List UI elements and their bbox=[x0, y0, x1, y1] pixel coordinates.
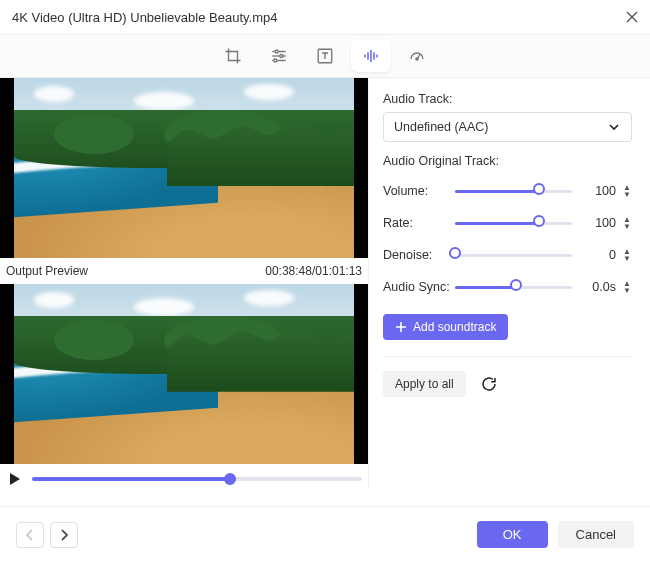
chevron-left-icon bbox=[25, 529, 35, 541]
rate-slider[interactable] bbox=[455, 216, 572, 230]
play-icon bbox=[8, 472, 22, 486]
reset-icon bbox=[480, 375, 498, 393]
svg-point-4 bbox=[280, 55, 283, 58]
audio-sync-slider[interactable] bbox=[455, 280, 572, 294]
audio-sync-row: Audio Sync: 0.0s ▲ ▼ bbox=[383, 274, 632, 300]
chevron-down-icon bbox=[607, 120, 621, 134]
ok-button[interactable]: OK bbox=[477, 521, 548, 548]
denoise-slider[interactable] bbox=[455, 248, 572, 262]
spinner-down-icon[interactable]: ▼ bbox=[622, 288, 632, 294]
apply-row: Apply to all bbox=[383, 371, 632, 397]
player-controls bbox=[0, 464, 368, 488]
add-soundtrack-label: Add soundtrack bbox=[413, 320, 496, 334]
footer: OK Cancel bbox=[0, 506, 650, 562]
denoise-spinner[interactable]: ▲ ▼ bbox=[622, 249, 632, 262]
rate-row: Rate: 100 ▲ ▼ bbox=[383, 210, 632, 236]
volume-row: Volume: 100 ▲ ▼ bbox=[383, 178, 632, 204]
adjust-tab[interactable] bbox=[259, 40, 299, 72]
speedometer-icon bbox=[408, 47, 426, 65]
add-soundtrack-button[interactable]: Add soundtrack bbox=[383, 314, 508, 340]
spinner-down-icon[interactable]: ▼ bbox=[622, 256, 632, 262]
progress-fill bbox=[32, 477, 230, 481]
crop-tab[interactable] bbox=[213, 40, 253, 72]
crop-icon bbox=[224, 47, 242, 65]
chevron-right-icon bbox=[59, 529, 69, 541]
audio-sync-label: Audio Sync: bbox=[383, 280, 455, 294]
svg-point-3 bbox=[275, 50, 278, 53]
spinner-down-icon[interactable]: ▼ bbox=[622, 224, 632, 230]
denoise-label: Denoise: bbox=[383, 248, 455, 262]
volume-label: Volume: bbox=[383, 184, 455, 198]
audio-sync-spinner[interactable]: ▲ ▼ bbox=[622, 281, 632, 294]
output-preview bbox=[0, 284, 368, 464]
output-preview-label: Output Preview bbox=[6, 264, 88, 278]
denoise-row: Denoise: 0 ▲ ▼ bbox=[383, 242, 632, 268]
rate-spinner[interactable]: ▲ ▼ bbox=[622, 217, 632, 230]
svg-point-5 bbox=[274, 59, 277, 62]
cancel-button[interactable]: Cancel bbox=[558, 521, 634, 548]
apply-to-all-button[interactable]: Apply to all bbox=[383, 371, 466, 397]
playback-progress[interactable] bbox=[32, 472, 362, 486]
text-icon bbox=[316, 47, 334, 65]
rate-label: Rate: bbox=[383, 216, 455, 230]
content-area: Output Preview 00:38:48/01:01:13 bbox=[0, 78, 650, 488]
reset-button[interactable] bbox=[480, 375, 498, 393]
nav-buttons bbox=[16, 522, 78, 548]
editor-toolbar bbox=[0, 34, 650, 78]
audio-sync-value: 0.0s bbox=[582, 280, 620, 294]
volume-value: 100 bbox=[582, 184, 620, 198]
audio-track-label: Audio Track: bbox=[383, 92, 632, 106]
close-button[interactable] bbox=[626, 11, 638, 23]
text-tab[interactable] bbox=[305, 40, 345, 72]
spinner-down-icon[interactable]: ▼ bbox=[622, 192, 632, 198]
volume-slider[interactable] bbox=[455, 184, 572, 198]
title-bar: 4K Video (Ultra HD) Unbelievable Beauty.… bbox=[0, 0, 650, 34]
audio-tab[interactable] bbox=[351, 40, 391, 72]
prev-button[interactable] bbox=[16, 522, 44, 548]
original-preview bbox=[0, 78, 368, 258]
original-track-label: Audio Original Track: bbox=[383, 154, 632, 168]
next-button[interactable] bbox=[50, 522, 78, 548]
sliders-icon bbox=[270, 47, 288, 65]
progress-thumb[interactable] bbox=[224, 473, 236, 485]
audio-track-select[interactable]: Undefined (AAC) bbox=[383, 112, 632, 142]
audio-waveform-icon bbox=[362, 47, 380, 65]
play-button[interactable] bbox=[6, 470, 24, 488]
preview-panel: Output Preview 00:38:48/01:01:13 bbox=[0, 78, 368, 488]
divider bbox=[383, 356, 632, 357]
svg-point-13 bbox=[416, 58, 418, 60]
volume-spinner[interactable]: ▲ ▼ bbox=[622, 185, 632, 198]
timecode: 00:38:48/01:01:13 bbox=[265, 264, 362, 278]
audio-settings-panel: Audio Track: Undefined (AAC) Audio Origi… bbox=[368, 78, 650, 488]
plus-icon bbox=[395, 321, 407, 333]
window-title: 4K Video (Ultra HD) Unbelievable Beauty.… bbox=[12, 10, 626, 25]
denoise-value: 0 bbox=[582, 248, 620, 262]
preview-info-row: Output Preview 00:38:48/01:01:13 bbox=[0, 258, 368, 283]
audio-track-value: Undefined (AAC) bbox=[394, 120, 489, 134]
speed-tab[interactable] bbox=[397, 40, 437, 72]
rate-value: 100 bbox=[582, 216, 620, 230]
